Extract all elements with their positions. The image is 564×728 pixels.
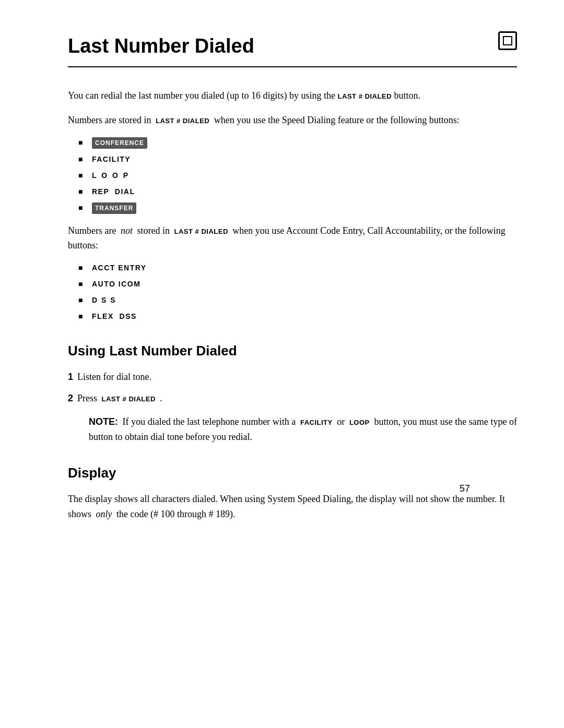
list-item-facility: FACILITY (78, 154, 517, 165)
list-item-acct-entry: ACCT ENTRY (78, 262, 517, 273)
list-item-transfer: TRANSFER (78, 202, 517, 214)
last-dialed-btn-4: LAST # DIALED (102, 395, 156, 403)
loop-note-btn: LOOP (349, 419, 370, 426)
intro-para1: You can redial the last number you diale… (68, 88, 517, 103)
page-number: 57 (460, 482, 470, 496)
step-1: 1 Listen for dial tone. (68, 369, 517, 385)
step2-text: Press LAST # DIALED . (77, 391, 162, 406)
intro-para2: Numbers are stored in LAST # DIALED when… (68, 113, 517, 128)
list-item-rep-dial: REP DIAL (78, 186, 517, 197)
not-stored-para: Numbers are not stored in LAST # DIALED … (68, 223, 517, 254)
rep-dial-label: REP DIAL (92, 186, 135, 197)
section-using-title: Using Last Number Dialed (68, 341, 517, 361)
note-block: NOTE: If you dialed the last telephone n… (89, 414, 517, 445)
auto-icom-label: AUTO ICOM (92, 279, 140, 290)
buttons-not-stored-list: ACCT ENTRY AUTO ICOM D S S FLEX DSS (78, 262, 517, 322)
acct-entry-label: ACCT ENTRY (92, 262, 147, 273)
display-para: The display shows all characters dialed.… (68, 492, 517, 522)
step2-num: 2 (68, 391, 73, 406)
step1-text: Listen for dial tone. (77, 369, 151, 385)
list-item-loop: L O O P (78, 170, 517, 181)
header-icon (498, 31, 517, 50)
last-dialed-btn-3: LAST # DIALED (174, 228, 228, 235)
not-italic: not (121, 225, 133, 236)
buttons-stored-list: CONFERENCE FACILITY L O O P REP DIAL TRA… (78, 137, 517, 214)
list-item-conference: CONFERENCE (78, 137, 517, 149)
display-only-italic: only (96, 509, 112, 519)
svg-rect-0 (503, 37, 512, 45)
list-item-flex-dss: FLEX DSS (78, 311, 517, 322)
facility-label: FACILITY (92, 154, 131, 165)
transfer-label: TRANSFER (92, 202, 136, 214)
note-label: NOTE: (89, 416, 118, 427)
conference-label: CONFERENCE (92, 137, 147, 149)
list-item-dss: D S S (78, 295, 517, 306)
page-header: Last Number Dialed (68, 31, 517, 67)
section-display-title: Display (68, 463, 517, 483)
last-dialed-btn-1: LAST # DIALED (338, 92, 392, 100)
step-2: 2 Press LAST # DIALED . (68, 391, 517, 406)
page-title: Last Number Dialed (68, 31, 254, 61)
note-text: NOTE: If you dialed the last telephone n… (89, 414, 517, 445)
list-item-auto-icom: AUTO ICOM (78, 279, 517, 290)
last-dialed-btn-2: LAST # DIALED (156, 117, 209, 125)
flex-dss-label: FLEX DSS (92, 311, 137, 322)
facility-note-btn: FACILITY (300, 419, 333, 426)
loop-label: L O O P (92, 170, 130, 181)
dss-label: D S S (92, 295, 116, 306)
step1-num: 1 (68, 369, 73, 385)
